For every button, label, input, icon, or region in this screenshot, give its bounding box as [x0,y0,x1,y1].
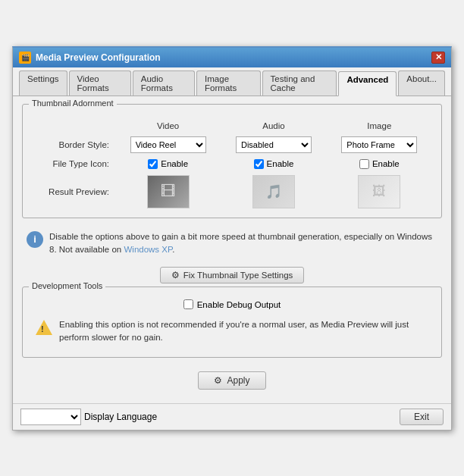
file-type-label: File Type Icon: [32,159,115,168]
tab-about[interactable]: About... [398,70,445,96]
audio-icon: 🎵 [265,183,282,200]
warning-icon [35,319,53,336]
debug-checkbox-row: Enable Debug Output [32,299,432,309]
video-border-select[interactable]: Video Reel None Film Strip [130,136,206,153]
title-bar-left: 🎬 Media Preview Configuration [19,52,161,64]
info-link[interactable]: Windows XP [124,245,172,254]
tab-testing-cache[interactable]: Testing and Cache [262,70,337,96]
info-icon: i [27,231,43,248]
tab-image-formats[interactable]: Image Formats [196,70,260,96]
apply-icon: ⚙ [214,375,222,386]
audio-border-dropdown-cell: Disabled None Wave [221,136,326,153]
audio-filetype-cell: Enable [221,159,326,169]
audio-preview-cell: 🎵 [221,175,326,208]
triangle-icon [36,320,52,335]
info-message-text: Disable the options above to gain a bit … [49,232,432,254]
image-icon: 🖼 [372,183,386,199]
close-button[interactable]: ✕ [431,52,445,64]
tab-bar: Settings Video Formats Audio Formats Ima… [13,67,451,96]
fix-button-icon: ⚙ [171,270,180,280]
enable-debug-checkbox[interactable] [183,299,193,309]
col-header-video: Video [115,121,221,130]
thumbnail-adornment-group: Thumbnail Adornment Video Audio Image Bo… [22,104,442,218]
image-border-select[interactable]: Photo Frame None Shadow [341,136,417,153]
apply-button[interactable]: ⚙ Apply [198,371,265,390]
main-window: 🎬 Media Preview Configuration ✕ Settings… [12,46,452,431]
thumbnail-adornment-title: Thumbnail Adornment [29,99,117,108]
audio-preview-thumb: 🎵 [252,175,295,208]
tab-video-formats[interactable]: Video Formats [69,70,131,96]
enable-debug-label: Enable Debug Output [197,300,281,309]
image-border-dropdown-cell: Photo Frame None Shadow [327,136,432,153]
info-period: . [172,245,174,254]
info-box: i Disable the options above to gain a bi… [22,226,442,261]
window-title: Media Preview Configuration [36,52,161,63]
video-filetype-checkbox[interactable] [148,159,158,169]
audio-filetype-checkbox[interactable] [254,159,264,169]
bottom-bar: ⚙ Apply [22,365,442,396]
result-preview-label: Result Preview: [32,187,115,196]
fix-button-label: Fix Thumbnail Type Settings [183,271,293,280]
image-preview-cell: 🖼 [327,175,432,208]
image-preview-thumb: 🖼 [358,175,400,208]
fix-thumbnail-button[interactable]: ⚙ Fix Thumbnail Type Settings [160,267,305,283]
audio-border-select[interactable]: Disabled None Wave [236,136,312,153]
video-enable-label: Enable [161,159,188,168]
info-text: Disable the options above to gain a bit … [49,230,437,257]
video-preview-thumb: 🎞 [147,175,190,208]
video-filetype-cell: Enable [115,159,221,169]
development-tools-group: Development Tools Enable Debug Output En… [22,287,442,358]
display-language-label: Display Language [84,412,157,422]
dev-tools-title: Development Tools [29,281,105,290]
image-filetype-checkbox[interactable] [359,159,369,169]
footer-bar: Display Language Exit [13,403,451,430]
col-header-audio: Audio [221,121,326,130]
video-preview-cell: 🎞 [115,175,221,208]
language-select[interactable] [20,409,81,425]
tab-advanced[interactable]: Advanced [338,71,397,96]
image-filetype-cell: Enable [327,159,432,169]
exit-button[interactable]: Exit [400,409,444,425]
content-area: Thumbnail Adornment Video Audio Image Bo… [13,96,451,403]
tab-audio-formats[interactable]: Audio Formats [133,70,195,96]
app-icon: 🎬 [19,52,31,64]
video-border-dropdown-cell: Video Reel None Film Strip [115,136,221,153]
col-header-image: Image [327,121,432,130]
image-enable-label: Enable [372,159,400,168]
apply-label: Apply [227,375,249,386]
warning-text: Enabling this option is not recommended … [59,318,429,345]
tab-settings[interactable]: Settings [19,70,67,96]
border-style-label: Border Style: [32,140,115,149]
title-bar: 🎬 Media Preview Configuration ✕ [13,48,451,67]
audio-enable-label: Enable [267,159,294,168]
film-icon: 🎞 [161,183,176,200]
adornment-grid: Video Audio Image Border Style: Video Re… [32,121,432,208]
warning-box: Enabling this option is not recommended … [32,317,432,346]
language-dropdown-container: Display Language [20,409,157,425]
